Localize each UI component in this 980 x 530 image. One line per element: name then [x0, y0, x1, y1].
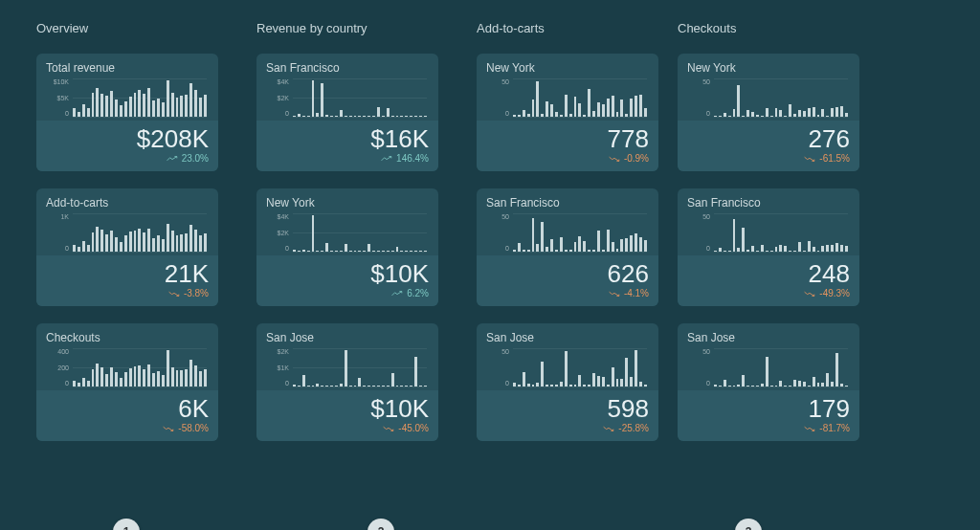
metric-value: $208K — [46, 126, 209, 151]
bar — [105, 374, 108, 386]
y-tick: $2K — [266, 95, 289, 101]
sparkline-chart: $10K$5K0 — [46, 78, 209, 117]
bar — [124, 372, 127, 386]
bar — [368, 386, 370, 386]
bar — [325, 115, 328, 117]
bar — [546, 101, 548, 117]
bar — [751, 246, 754, 252]
bar — [612, 367, 614, 387]
bar — [742, 116, 745, 117]
card-top: San Jose500 — [477, 323, 658, 390]
bar — [817, 251, 820, 252]
bar — [817, 115, 820, 117]
bar — [82, 104, 85, 117]
bars — [513, 213, 647, 252]
metric-value: 21K — [46, 261, 209, 286]
bar — [120, 105, 122, 117]
bar — [349, 251, 352, 252]
bar — [189, 360, 192, 386]
bar — [840, 245, 843, 252]
bar — [527, 114, 530, 117]
bar — [110, 231, 113, 252]
gridline — [714, 117, 848, 118]
bar — [199, 371, 202, 387]
bar — [714, 385, 717, 386]
bar — [293, 385, 296, 386]
bar — [612, 242, 614, 252]
gridline — [293, 117, 427, 118]
bar — [630, 235, 633, 252]
y-tick: 400 — [46, 348, 69, 355]
bar — [138, 365, 141, 386]
bar — [157, 371, 160, 386]
bar — [414, 357, 417, 386]
bar — [129, 368, 132, 386]
bar — [345, 244, 347, 252]
bar — [728, 251, 731, 252]
bar — [835, 243, 838, 252]
bar — [798, 110, 801, 117]
bar — [363, 386, 366, 386]
sparkline-chart: 500 — [486, 78, 649, 117]
y-tick: 0 — [687, 380, 710, 386]
bar — [92, 369, 95, 387]
bar — [644, 240, 647, 252]
bar — [134, 366, 137, 386]
column-atc-checkouts: Add-to-carts Checkouts New York500778-0.… — [477, 21, 859, 458]
bar — [372, 116, 375, 117]
bar — [523, 110, 525, 117]
bar — [588, 250, 590, 252]
bar — [751, 386, 754, 386]
bar — [737, 385, 740, 386]
card-bottom: $10K-45.0% — [256, 390, 438, 441]
card-title: New York — [687, 61, 850, 75]
bar — [330, 116, 333, 117]
bars — [73, 213, 207, 252]
metric-value: 598 — [486, 396, 649, 421]
y-tick: 0 — [266, 245, 289, 252]
bar — [789, 104, 791, 117]
bar — [189, 225, 192, 252]
bar — [635, 96, 637, 117]
bar — [340, 384, 343, 386]
card-top: Total revenue$10K$5K0 — [36, 54, 218, 121]
bar — [424, 116, 427, 117]
y-tick: 50 — [486, 348, 509, 355]
bar — [719, 248, 722, 252]
metric-value: 179 — [687, 396, 850, 421]
bar — [639, 95, 642, 117]
bar — [728, 116, 731, 117]
bar — [124, 235, 127, 252]
bar — [779, 245, 782, 252]
bar — [724, 251, 726, 252]
bar — [518, 115, 521, 117]
bar — [635, 350, 637, 386]
card-bottom: $16K146.4% — [256, 121, 438, 171]
bar — [789, 386, 791, 386]
delta-value: -58.0% — [178, 423, 209, 433]
trend-up-icon — [167, 155, 178, 163]
bar — [410, 116, 412, 117]
bar — [784, 386, 787, 386]
bar — [387, 251, 390, 252]
bar — [845, 246, 848, 252]
sparkline-chart: 500 — [486, 213, 649, 252]
y-tick: $2K — [266, 348, 289, 355]
bar — [536, 81, 539, 117]
y-tick: $4K — [266, 78, 289, 85]
delta-value: -45.0% — [398, 423, 429, 433]
bar — [368, 244, 370, 252]
y-axis-ticks: 500 — [486, 213, 511, 252]
card-bottom: $208K23.0% — [36, 121, 218, 171]
bar — [569, 114, 572, 117]
bar — [845, 113, 848, 117]
page-badge-2: 2 — [368, 519, 394, 530]
bar — [775, 247, 778, 252]
sparkline-chart: 4002000 — [46, 348, 209, 386]
bar — [194, 230, 197, 252]
bar — [583, 241, 586, 252]
y-tick: $4K — [266, 213, 289, 220]
bar — [368, 116, 370, 117]
page-badge-1: 1 — [113, 519, 140, 530]
column-overview: Overview Total revenue$10K$5K0$208K23.0%… — [36, 21, 218, 458]
